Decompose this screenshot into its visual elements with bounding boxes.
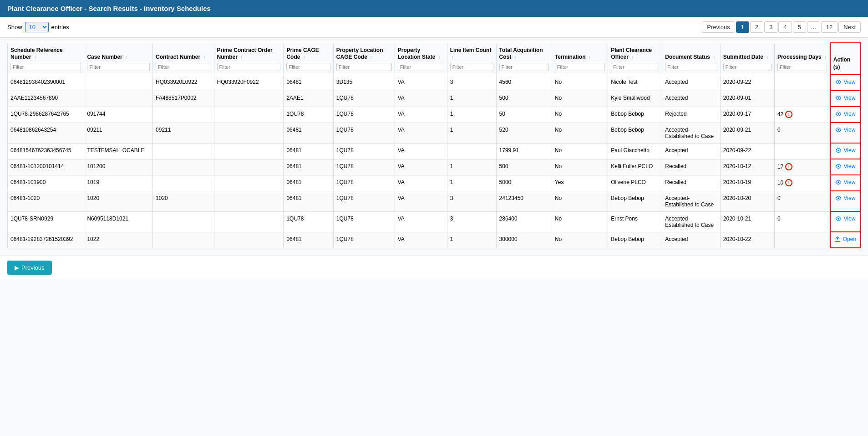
- pagination-page-3[interactable]: 3: [764, 21, 777, 33]
- open-button[interactable]: Open: [834, 236, 856, 242]
- filter-document-status[interactable]: [665, 63, 717, 71]
- table-cell: [153, 143, 214, 159]
- pagination-page-1[interactable]: 1: [736, 21, 749, 33]
- table-cell: No: [552, 75, 608, 91]
- bottom-previous-button[interactable]: ▶ Previous: [7, 261, 52, 275]
- show-entries-control: Show 10 25 50 100 entries: [7, 22, 69, 32]
- table-row: 06481546762363456745TESTFMSALLOCABLE0648…: [8, 143, 861, 159]
- svg-point-0: [838, 81, 839, 83]
- processing-days-value: 42: [777, 111, 783, 118]
- table-body: 064812938402390001HQ033920L0922HQ033920F…: [8, 75, 861, 248]
- table-cell: 1022: [84, 232, 153, 248]
- view-button[interactable]: View: [835, 111, 856, 117]
- table-cell: 3: [447, 75, 496, 91]
- table-cell: [153, 232, 214, 248]
- processing-days-warning-icon: !: [785, 179, 792, 186]
- view-button[interactable]: View: [835, 163, 856, 169]
- col-header-line-item-count: Line Item Count ↕: [447, 43, 496, 75]
- prev-circle-icon: ▶: [15, 264, 19, 271]
- table-row: 06481-1019001019064811QU78VA15000YesOliv…: [8, 175, 861, 191]
- filter-termination[interactable]: [555, 63, 605, 71]
- table-cell: [84, 91, 153, 107]
- processing-days-cell: [774, 91, 830, 107]
- processing-days-cell: 10!: [774, 175, 830, 191]
- table-cell: 1QU78: [333, 191, 395, 211]
- show-label: Show: [7, 24, 22, 31]
- sort-icon-termination: ↕: [589, 54, 591, 60]
- processing-days-cell: [774, 232, 830, 248]
- table-cell: HQ033920L0922: [153, 75, 214, 91]
- sort-icon-doc-status: ↕: [713, 54, 715, 60]
- pagination-page-12[interactable]: 12: [821, 21, 838, 33]
- table-cell: No: [552, 143, 608, 159]
- table-row: 06481-1928372615203921022064811QU78VA130…: [8, 232, 861, 248]
- pagination-page-4[interactable]: 4: [778, 21, 792, 33]
- sort-icon-acq-cost: ↕: [514, 54, 517, 60]
- filter-processing-days[interactable]: [777, 63, 827, 71]
- table-cell: No: [552, 91, 608, 107]
- pagination: Previous 1 2 3 4 5 ... 12 Next: [702, 21, 861, 33]
- page-title: Plant Clearance Officer - Search Results…: [7, 5, 211, 12]
- table-cell: 1QU78: [333, 211, 395, 232]
- title-bar: Plant Clearance Officer - Search Results…: [0, 0, 868, 17]
- table-cell: Accepted: [662, 143, 720, 159]
- view-button[interactable]: View: [835, 215, 856, 222]
- processing-days-warning-icon: !: [785, 111, 792, 118]
- table-cell: Accepted-Established to Case: [662, 123, 720, 143]
- view-button[interactable]: View: [835, 147, 856, 154]
- table-wrapper: Schedule Reference Number ↕ Case Number …: [0, 38, 868, 256]
- table-cell: 06481: [284, 232, 333, 248]
- table-cell: [153, 175, 214, 191]
- entries-select[interactable]: 10 25 50 100: [25, 22, 49, 32]
- sort-icon-contract: ↕: [203, 54, 205, 60]
- pagination-previous-button[interactable]: Previous: [702, 21, 735, 33]
- view-button[interactable]: View: [835, 95, 856, 101]
- pagination-page-5[interactable]: 5: [793, 21, 806, 33]
- table-cell: 101200: [84, 159, 153, 175]
- view-button[interactable]: View: [835, 179, 856, 185]
- view-button[interactable]: View: [835, 195, 856, 201]
- table-cell: [214, 232, 284, 248]
- view-button[interactable]: View: [835, 127, 856, 133]
- filter-submitted-date[interactable]: [723, 63, 772, 71]
- col-header-plant-clearance-officer: Plant Clearance Officer ↕: [608, 43, 662, 75]
- table-cell: 1QU78-SRN0929: [8, 211, 84, 232]
- filter-total-acq-cost[interactable]: [499, 63, 549, 71]
- table-header-row: Schedule Reference Number ↕ Case Number …: [8, 43, 861, 75]
- filter-prop-loc-cage-code[interactable]: [336, 63, 392, 71]
- filter-schedule-ref-num[interactable]: [10, 63, 81, 71]
- view-button[interactable]: View: [835, 79, 856, 85]
- table-cell: VA: [395, 211, 447, 232]
- table-cell: 091744: [84, 107, 153, 123]
- pagination-next-button[interactable]: Next: [838, 21, 861, 33]
- table-cell: Accepted: [662, 91, 720, 107]
- svg-point-3: [838, 129, 839, 131]
- table-cell: 1QU78: [333, 175, 395, 191]
- table-cell: Accepted: [662, 75, 720, 91]
- filter-prime-cage-code[interactable]: [286, 63, 330, 71]
- table-cell: TESTFMSALLOCABLE: [84, 143, 153, 159]
- col-header-case-number: Case Number ↕: [84, 43, 153, 75]
- filter-plant-clearance-officer[interactable]: [611, 63, 659, 71]
- table-cell: 06481: [284, 175, 333, 191]
- filter-line-item-count[interactable]: [450, 63, 493, 71]
- table-cell: [214, 175, 284, 191]
- table-cell: 1: [447, 107, 496, 123]
- table-cell: 286400: [496, 211, 552, 232]
- filter-prime-contract-order[interactable]: [217, 63, 281, 71]
- table-cell: 2020-10-21: [720, 211, 774, 232]
- col-header-prime-cage-code: Prime CAGE Code ↕: [284, 43, 333, 75]
- table-cell: Kelli Fuller PCLO: [608, 159, 662, 175]
- svg-point-7: [838, 197, 839, 199]
- table-cell: 2AAE1: [284, 91, 333, 107]
- table-cell: 1: [447, 159, 496, 175]
- filter-contract-number[interactable]: [156, 63, 211, 71]
- table-cell: 09211: [84, 123, 153, 143]
- table-cell: 06481: [284, 143, 333, 159]
- filter-prop-loc-state[interactable]: [398, 63, 444, 71]
- table-cell: [214, 123, 284, 143]
- filter-case-number[interactable]: [87, 63, 150, 71]
- pagination-page-2[interactable]: 2: [750, 21, 763, 33]
- table-cell: 064810862643254: [8, 123, 84, 143]
- table-cell: Yes: [552, 175, 608, 191]
